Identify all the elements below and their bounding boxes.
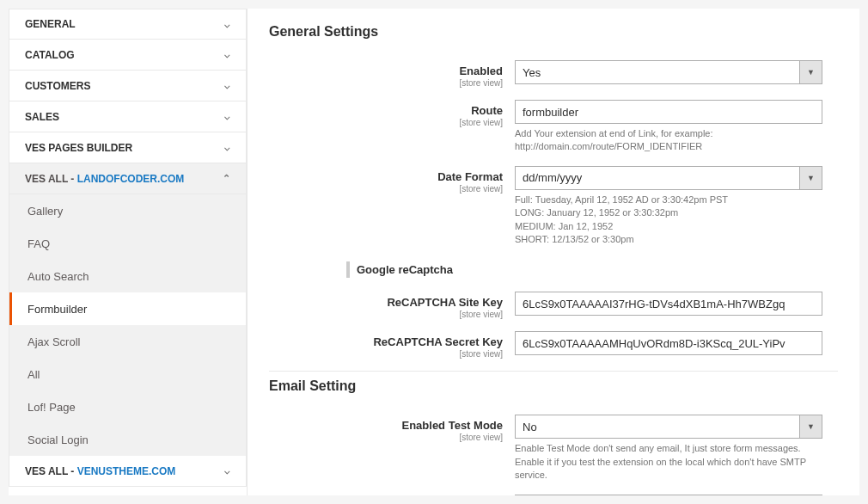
enabled-select[interactable]: Yes ▼	[515, 60, 822, 84]
chevron-down-icon: ▼	[799, 167, 822, 189]
chevron-down-icon: ▼	[799, 415, 822, 438]
field-label: Route	[471, 104, 503, 117]
scope-label: [store view]	[269, 184, 503, 194]
sidebar-item-faq[interactable]: FAQ	[9, 227, 246, 260]
scope-label: [store view]	[269, 118, 503, 127]
section-divider	[269, 371, 838, 372]
recaptcha-site-key-input[interactable]	[515, 292, 822, 316]
field-test-mode: Enabled Test Mode [store view] No ▼ Enab…	[269, 415, 838, 482]
recaptcha-secret-key-input[interactable]	[515, 331, 822, 355]
chevron-down-icon: ⌵	[224, 142, 230, 153]
chevron-down-icon: ⌵	[224, 465, 230, 476]
nav-subitems: Gallery FAQ Auto Search Formbuilder Ajax…	[9, 194, 247, 456]
nav-group-sales[interactable]: SALES ⌵	[9, 101, 247, 132]
chevron-up-icon: ⌃	[223, 173, 230, 184]
nav-group-catalog[interactable]: CATALOG ⌵	[9, 40, 247, 71]
nav-group-ves-pages-builder[interactable]: VES PAGES BUILDER ⌵	[9, 132, 247, 163]
test-mode-select[interactable]: No ▼	[515, 415, 822, 439]
section-title-general: General Settings	[269, 24, 838, 40]
chevron-down-icon: ▼	[799, 61, 822, 83]
nav-group-general[interactable]: GENERAL ⌵	[9, 9, 247, 40]
nav-group-label: VES PAGES BUILDER	[25, 142, 132, 154]
chevron-down-icon: ⌵	[224, 111, 230, 122]
route-input[interactable]	[515, 100, 822, 124]
section-title-email: Email Setting	[269, 378, 838, 394]
field-enabled: Enabled [store view] Yes ▼	[269, 60, 838, 88]
field-hint: Full: Tuesday, April 12, 1952 AD or 3:30…	[515, 194, 822, 247]
sidebar-item-gallery[interactable]: Gallery	[9, 194, 246, 227]
nav-group-label: VES ALL - VENUSTHEME.COM	[25, 465, 175, 477]
field-label: Enabled Test Mode	[402, 419, 504, 432]
chevron-down-icon: ⌵	[224, 49, 230, 60]
thanks-email-select[interactable]: No ▼	[515, 495, 822, 495]
scope-label: [store view]	[269, 433, 503, 442]
nav-group-label: CUSTOMERS	[25, 80, 90, 92]
field-recaptcha-secret-key: ReCAPTCHA Secret Key [store view]	[269, 331, 838, 359]
date-format-select[interactable]: dd/mm/yyyy ▼	[515, 166, 822, 190]
field-hint: Enable Test Mode don't send any email, I…	[515, 442, 822, 482]
field-hint: Add Your extension at end of Link, for e…	[515, 127, 822, 154]
field-date-format: Date Format [store view] dd/mm/yyyy ▼ Fu…	[269, 166, 838, 247]
chevron-down-icon: ⌵	[224, 80, 230, 91]
sidebar-item-lof-page[interactable]: Lof! Page	[9, 390, 246, 423]
field-label: Enabled	[459, 65, 503, 77]
field-thanks-email: Allow send thanks you email [store view]…	[269, 495, 838, 495]
field-label: Date Format	[437, 170, 503, 183]
field-recaptcha-site-key: ReCAPTCHA Site Key [store view]	[269, 292, 838, 319]
scope-label: [store view]	[269, 78, 503, 88]
field-label: ReCAPTCHA Site Key	[387, 296, 503, 309]
nav-group-ves-all-venustheme[interactable]: VES ALL - VENUSTHEME.COM ⌵	[9, 456, 247, 487]
sidebar-item-ajax-scroll[interactable]: Ajax Scroll	[9, 325, 246, 358]
nav-group-label: GENERAL	[25, 18, 76, 30]
nav-group-label: CATALOG	[25, 49, 75, 61]
main-content: General Settings Enabled [store view] Ye…	[248, 9, 859, 495]
nav-group-ves-all-landofcoder[interactable]: VES ALL - LANDOFCODER.COM ⌃	[9, 163, 247, 194]
nav-group-customers[interactable]: CUSTOMERS ⌵	[9, 71, 247, 101]
scope-label: [store view]	[269, 310, 503, 319]
nav-group-label: SALES	[25, 111, 59, 123]
nav-group-label: VES ALL - LANDOFCODER.COM	[25, 173, 184, 185]
sidebar-item-formbuilder[interactable]: Formbuilder	[9, 292, 246, 325]
chevron-down-icon: ⌵	[224, 19, 230, 30]
sidebar-item-social-login[interactable]: Social Login	[9, 423, 246, 456]
config-sidebar: GENERAL ⌵ CATALOG ⌵ CUSTOMERS ⌵ SALES ⌵ …	[9, 9, 248, 495]
subsection-google-recaptcha: Google reCaptcha	[346, 261, 838, 278]
sidebar-item-auto-search[interactable]: Auto Search	[9, 260, 246, 292]
scope-label: [store view]	[269, 349, 503, 359]
field-route: Route [store view] Add Your extension at…	[269, 100, 838, 154]
sidebar-item-all[interactable]: All	[9, 358, 246, 390]
field-label: ReCAPTCHA Secret Key	[373, 335, 503, 348]
